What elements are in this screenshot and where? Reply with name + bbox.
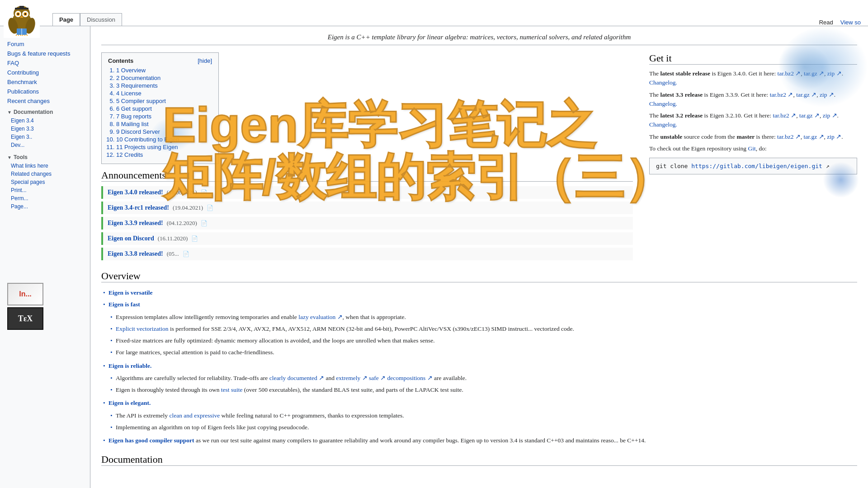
sidebar-item-relatedchanges[interactable]: Related changes [0,170,90,178]
overview-subitem: Algorithms are carefully selected for re… [108,372,857,384]
release-link-targz[interactable]: tar.gz ↗ [804,133,824,140]
sidebar-item-forum[interactable]: Forum [0,39,90,49]
overview-subitem: Expression templates allow intelligently… [108,311,857,323]
git-link[interactable]: Git [748,145,755,152]
sidebar-item-eigen33[interactable]: Eigen 3.3 [0,125,90,133]
action-viewso[interactable]: View so [840,19,861,26]
sidebar-item-eigen34[interactable]: Eigen 3.4 [0,117,90,125]
release-changelog[interactable]: Changelog. [649,121,677,128]
overview-item-title[interactable]: Eigen is versatile [108,289,153,296]
release-link-zip[interactable]: zip ↗ [820,91,834,98]
contents-item[interactable]: 12 Credits [116,151,212,158]
contents-item[interactable]: 11 Projects using Eigen [116,144,212,150]
contents-item[interactable]: 7 Bug reports [116,113,212,120]
sidebar-item-recentchanges[interactable]: Recent changes [0,96,90,106]
release-link-tarbz2[interactable]: tar.bz2 ↗ [770,91,793,98]
contents-item[interactable]: 5 Compiler support [116,98,212,104]
sidebar-item-specialpages[interactable]: Special pages [0,178,90,186]
contents-item[interactable]: 10 Contributing to Eigen [116,136,212,143]
announce-link[interactable]: Eigen 3.4-rc1 released! [108,204,169,211]
sidebar-item-perm[interactable]: Perm... [0,194,90,202]
announce-link[interactable]: Eigen 3.3.8 released! [108,250,163,258]
overview-item: Eigen has good compiler support as we ru… [101,435,857,446]
contents-item[interactable]: 8 Mailing list [116,121,212,127]
sidebar-item-publications[interactable]: Publications [0,87,90,96]
test-suite-link[interactable]: test suite [221,386,243,393]
announce-link[interactable]: Eigen 3.3.9 released! [108,220,163,227]
documentation-section-title: ▼ Documentation [0,108,90,117]
sidebar-item-pageinfo[interactable]: Page... [0,202,90,211]
tab-page[interactable]: Page [52,13,80,26]
release-link-targz[interactable]: tar.gz ↗ [804,70,824,77]
documented-link[interactable]: clearly documented ↗ [269,375,324,381]
release-link-tarbz2[interactable]: tar.bz2 ↗ [773,112,796,119]
announce-item[interactable]: Eigen 3.3.8 released! (05... 📄 [101,248,633,260]
release-link-zip[interactable]: zip ↗ [827,70,842,77]
sidebar-item-eigen3x[interactable]: Eigen 3.. [0,133,90,141]
release-line: The latest stable release is Eigen 3.4.0… [649,69,857,88]
announce-link[interactable]: Eigen 3.4.0 released! [108,189,163,196]
announce-item[interactable]: Eigen 3.3.9 released! (04.12.2020) 📄 [101,217,633,230]
announce-item[interactable]: Eigen 3.4.0 released! (18.08.2021) 📄 [101,186,633,199]
announce-date: (04.12.2020) [167,220,197,227]
overview-item: Eigen is versatile [101,287,857,299]
release-link-targz[interactable]: tar.gz ↗ [799,112,820,119]
sidebar-item-bugs[interactable]: Bugs & feature requests [0,49,90,58]
announcements-title: Announcements [101,169,633,182]
contents-item[interactable]: 3 Requirements [116,82,212,89]
contents-item[interactable]: 4 License [116,90,212,97]
overview-item-title[interactable]: Eigen is elegant. [108,399,151,406]
announce-item[interactable]: Eigen on Discord (16.11.2020) 📄 [101,232,633,245]
git-clone-text: git clone [656,163,691,169]
release-label: latest stable release [660,70,710,77]
tools-section-title: ▼ Tools [0,153,90,162]
vectorization-link[interactable]: Explicit vectorization [116,325,169,332]
release-line: The latest 3.2 release is Eigen 3.2.10. … [649,111,857,130]
overview-subitems: The API is extremely clean and expressiv… [108,410,857,434]
announce-icon: 📄 [191,235,198,242]
overview-item-title[interactable]: Eigen is fast [108,301,140,308]
sidebar-item-contributing[interactable]: Contributing [0,68,90,77]
clean-link[interactable]: clean and expressive [169,412,220,419]
overview-item-title[interactable]: Eigen has good compiler support [108,437,194,444]
get-it-section: Get it The latest stable release is Eige… [640,52,857,263]
announce-icon: 📄 [201,220,208,227]
release-label: unstable [660,133,682,140]
overview-item-title[interactable]: Eigen is reliable. [108,362,151,369]
release-link-tarbz2[interactable]: tar.bz2 ↗ [778,70,801,77]
release-line: The unstable source code from the master… [649,132,857,141]
inkscape-logo[interactable]: In... [7,283,43,305]
latex-logo[interactable]: TεX [7,307,43,330]
contents-item[interactable]: 2 Documentation [116,75,212,81]
contents-item[interactable]: 9 Discord Server [116,128,212,135]
sidebar-item-print[interactable]: Print... [0,186,90,194]
sidebar-item-whatlinks[interactable]: What links here [0,162,90,170]
release-link-tarbz2[interactable]: tar.bz2 ↗ [777,133,801,140]
sidebar-item-dev[interactable]: Dev... [0,141,90,149]
git-url[interactable]: https://gitlab.com/libeigen/eigen.git [691,163,822,169]
announce-icon: 📄 [201,189,208,196]
action-read[interactable]: Read [819,19,833,26]
contents-hide[interactable]: [hide] [198,57,212,64]
get-it-title: Get it [649,52,857,65]
tab-discussion[interactable]: Discussion [80,13,122,26]
release-link-zip[interactable]: zip ↗ [827,133,841,140]
announce-date: (19.04.2021) [173,204,203,211]
sidebar-item-benchmark[interactable]: Benchmark [0,77,90,87]
extremely-link[interactable]: extremely ↗ [336,375,367,381]
decompositions-link[interactable]: decompositions ↗ [387,375,433,381]
sidebar-item-faq[interactable]: FAQ [0,58,90,68]
announce-link[interactable]: Eigen on Discord [108,235,154,242]
contents-item[interactable]: 6 Get support [116,105,212,112]
overview-subitem: Eigen is thoroughly tested through its o… [108,384,857,396]
release-link-targz[interactable]: tar.gz ↗ [796,91,816,98]
release-link-zip[interactable]: zip ↗ [823,112,837,119]
release-changelog[interactable]: Changelog. [649,100,677,107]
announce-item[interactable]: Eigen 3.4-rc1 released! (19.04.2021) 📄 [101,202,633,214]
site-logo[interactable] [4,2,40,38]
svg-point-9 [24,13,26,15]
release-changelog[interactable]: Changelog. [649,79,677,86]
contents-item[interactable]: 1 Overview [116,67,212,74]
lazy-eval-link[interactable]: lazy evaluation ↗ [298,314,342,320]
safe-link[interactable]: safe ↗ [369,375,386,381]
